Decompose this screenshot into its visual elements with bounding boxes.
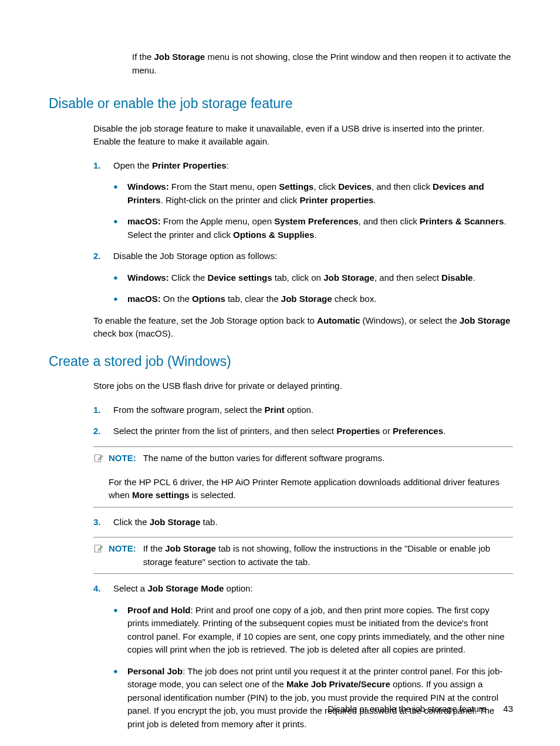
bullet-icon: ● xyxy=(113,215,127,241)
footer-title: Disable or enable the job storage featur… xyxy=(328,704,487,714)
bullet-item: ● macOS: On the Options tab, clear the J… xyxy=(113,293,513,306)
list-item: 3. Click the Job Storage tab. xyxy=(93,516,513,529)
heading-disable-enable: Disable or enable the job storage featur… xyxy=(49,93,513,114)
section1-paragraph: Disable the job storage feature to make … xyxy=(93,122,513,149)
bullet-item: ● macOS: From the Apple menu, open Syste… xyxy=(113,215,513,241)
list-number: 2. xyxy=(93,250,113,263)
svg-rect-1 xyxy=(95,545,101,552)
page-number: 43 xyxy=(503,704,513,714)
bullet-icon: ● xyxy=(113,180,127,207)
bullet-item: ● Windows: Click the Device settings tab… xyxy=(113,271,513,285)
intro-paragraph: If the Job Storage menu is not showing, … xyxy=(132,51,513,77)
bullet-item: ● Personal Job: The job does not print u… xyxy=(113,665,513,731)
bullet-icon: ● xyxy=(113,665,127,731)
list-item: 4. Select a Job Storage Mode option: xyxy=(93,582,513,596)
note-icon xyxy=(93,543,104,558)
list-number: 3. xyxy=(93,516,113,529)
note-icon xyxy=(93,453,104,468)
bullet-item: ● Windows: From the Start menu, open Set… xyxy=(113,180,513,207)
list-number: 1. xyxy=(93,159,113,173)
list-number: 4. xyxy=(93,582,113,596)
bullet-icon: ● xyxy=(113,293,127,306)
note-block: NOTE: The name of the button varies for … xyxy=(93,446,513,508)
bullet-item: ● Proof and Hold: Print and proof one co… xyxy=(113,604,513,657)
svg-rect-0 xyxy=(95,455,101,462)
list-item: 1. From the software program, select the… xyxy=(93,404,513,417)
bullet-icon: ● xyxy=(113,271,127,285)
note-block: NOTE: If the Job Storage tab is not show… xyxy=(93,537,513,574)
bullet-icon: ● xyxy=(113,604,127,657)
section1-para2: To enable the feature, set the Job Stora… xyxy=(93,314,513,341)
section2-paragraph: Store jobs on the USB flash drive for pr… xyxy=(93,379,513,393)
note-label: NOTE: xyxy=(109,542,136,556)
heading-create-stored-job: Create a stored job (Windows) xyxy=(49,351,513,372)
list-item: 2. Select the printer from the list of p… xyxy=(93,425,513,438)
list-item: 1. Open the Printer Properties: xyxy=(93,159,513,173)
page-footer: Disable or enable the job storage featur… xyxy=(328,703,513,716)
note-label: NOTE: xyxy=(109,452,136,465)
list-item: 2. Disable the Job Storage option as fol… xyxy=(93,250,513,263)
list-number: 2. xyxy=(93,425,113,438)
list-number: 1. xyxy=(93,404,113,417)
